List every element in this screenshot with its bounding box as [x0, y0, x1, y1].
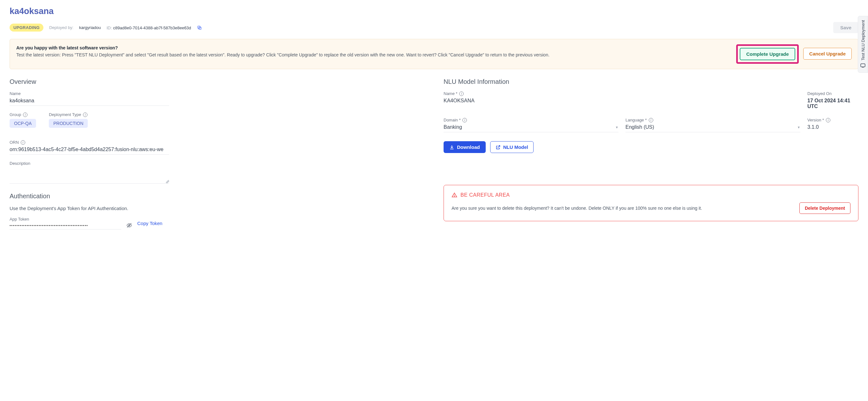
- version-value: 3.1.0: [807, 124, 859, 132]
- model-info-heading: NLU Model Information: [443, 78, 859, 86]
- info-icon[interactable]: i: [649, 118, 653, 123]
- overview-heading: Overview: [9, 78, 425, 86]
- description-label: Description: [9, 161, 425, 166]
- download-button[interactable]: Download: [443, 141, 486, 153]
- description-textarea[interactable]: [9, 168, 169, 183]
- svg-point-5: [454, 196, 455, 196]
- group-chip: OCP-QA: [9, 119, 36, 128]
- reveal-token-icon[interactable]: [126, 223, 132, 228]
- orn-label: ORN: [9, 140, 19, 145]
- upgrade-banner: Are you happy with the latest software v…: [9, 39, 859, 69]
- domain-label: Domain *: [443, 118, 461, 123]
- deployed-on-value: 17 Oct 2024 14:41 UTC: [807, 98, 859, 111]
- chevron-down-icon: ▼: [615, 126, 618, 129]
- model-name-label: Name *: [443, 91, 457, 96]
- danger-text: Are you sure you want to delete this dep…: [452, 205, 702, 212]
- model-name-value: KA4OKSANA: [443, 98, 800, 105]
- info-icon[interactable]: i: [826, 118, 830, 123]
- deployed-by-value: kargyriadou: [79, 25, 101, 30]
- auth-description: Use the Deployment's App Token for API A…: [9, 206, 425, 211]
- domain-select[interactable]: Banking ▼: [443, 124, 618, 132]
- status-badge: UPGRADING: [9, 24, 43, 32]
- language-select[interactable]: English (US) ▼: [625, 124, 800, 132]
- delete-deployment-button[interactable]: Delete Deployment: [799, 202, 850, 214]
- external-link-icon: [496, 145, 501, 150]
- download-icon: [449, 145, 455, 150]
- app-token-value: ••••••••••••••••••••••••••••••••••••••••…: [9, 224, 121, 230]
- info-icon[interactable]: i: [23, 112, 27, 117]
- complete-upgrade-highlight: Complete Upgrade: [736, 44, 799, 64]
- auth-heading: Authentication: [9, 193, 425, 200]
- download-label: Download: [457, 144, 480, 150]
- nlu-model-label: NLU Model: [503, 144, 528, 150]
- page-title: ka4oksana: [9, 6, 859, 16]
- chevron-down-icon: ▼: [797, 126, 800, 129]
- language-label: Language *: [625, 118, 647, 123]
- complete-upgrade-button[interactable]: Complete Upgrade: [740, 48, 795, 60]
- deployment-type-label: Deployment Type: [49, 112, 81, 117]
- warning-icon: [452, 192, 457, 198]
- rail-label: Test NLU Deployment: [861, 20, 865, 60]
- info-icon[interactable]: i: [459, 92, 464, 96]
- deployed-by-label: Deployed by:: [49, 25, 73, 30]
- svg-rect-6: [861, 64, 865, 67]
- copy-token-button[interactable]: Copy Token: [137, 221, 162, 226]
- id-value: c89ad8e0-7014-4388-ab7f-587b3e8ee63d: [113, 26, 191, 30]
- language-value: English (US): [625, 124, 654, 130]
- group-label: Group: [9, 112, 21, 117]
- test-nlu-deployment-rail[interactable]: Test NLU Deployment: [858, 16, 868, 73]
- danger-zone: BE CAREFUL AREA Are you sure you want to…: [443, 185, 859, 221]
- save-button[interactable]: Save: [833, 22, 859, 33]
- cancel-upgrade-button[interactable]: Cancel Upgrade: [803, 48, 852, 60]
- chat-icon: [860, 63, 866, 69]
- danger-heading: BE CAREFUL AREA: [461, 192, 510, 198]
- deployed-on-label: Deployed On: [807, 91, 859, 96]
- app-token-label: App Token: [9, 217, 121, 222]
- version-label: Version *: [807, 118, 824, 123]
- nlu-model-button[interactable]: NLU Model: [490, 141, 533, 153]
- name-label: Name: [9, 91, 169, 96]
- domain-value: Banking: [443, 124, 462, 130]
- header-meta-row: UPGRADING Deployed by: kargyriadou ID: c…: [9, 22, 859, 33]
- info-icon[interactable]: i: [83, 112, 87, 117]
- banner-question: Are you happy with the latest software v…: [16, 44, 731, 51]
- deployment-type-chip: PRODUCTION: [49, 119, 88, 128]
- info-icon[interactable]: i: [462, 118, 467, 123]
- id-label: ID:: [106, 26, 112, 30]
- copy-id-icon[interactable]: [197, 25, 202, 30]
- banner-body: Test the latest version: Press "TEST NLU…: [16, 52, 550, 57]
- info-icon[interactable]: i: [21, 140, 25, 145]
- orn-value[interactable]: orn:9619b513-4ac5-4c27-bf5e-4abd5d4a2257…: [9, 147, 169, 155]
- name-value[interactable]: ka4oksana: [9, 98, 169, 106]
